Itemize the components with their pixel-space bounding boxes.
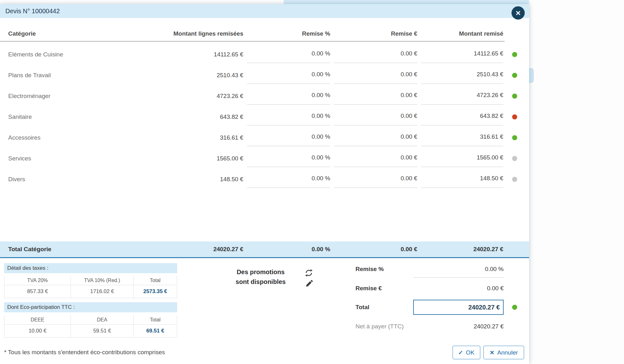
status-dot (512, 114, 517, 119)
promotions-line2: sont disponibles (220, 277, 302, 287)
table-row: Eléments de Cuisine 14112.65 € 0.00 % 0.… (0, 44, 529, 65)
total-amount: 24020.27 € (151, 246, 243, 253)
category-label: Electroménager (8, 93, 147, 100)
eco-table: DEEE DEA Total 10.00 € 59.51 € 69.51 € (4, 315, 177, 338)
column-montant-lignes: Montant lignes remisées (151, 30, 243, 37)
tax-value: 1716.02 € (71, 285, 134, 298)
total-discount-pct: 0.00 % (247, 246, 330, 253)
discounted-amount-field: 1565.00 € (421, 148, 503, 167)
discount-euro-field[interactable]: 0.00 € (334, 107, 417, 125)
line-amount: 643.82 € (151, 113, 243, 120)
line-amount: 4723.26 € (151, 93, 243, 100)
tax-col-header: Total (134, 276, 177, 285)
total-discount-eur: 0.00 € (334, 246, 417, 253)
total-discounted: 24020.27 € (421, 246, 503, 253)
status-dot (512, 73, 517, 78)
promotions-message: Des promotions sont disponibles (220, 267, 302, 287)
refresh-icon (304, 269, 313, 277)
discount-euro-field[interactable]: 0.00 € (334, 169, 417, 188)
check-icon: ✓ (458, 350, 463, 355)
eco-value: 10.00 € (4, 325, 71, 337)
status-dot-total (512, 305, 517, 310)
summary-net-label: Net à payer (TTC) (355, 323, 404, 330)
summary-total-value: 24020.27 € (468, 304, 500, 311)
discount-percent-field[interactable]: 0.00 % (247, 169, 330, 188)
category-rows: Eléments de Cuisine 14112.65 € 0.00 % 0.… (0, 44, 529, 190)
discounted-amount-field: 4723.26 € (421, 86, 503, 105)
category-label: Services (8, 155, 147, 162)
discounted-amount-field: 316.61 € (421, 127, 503, 146)
table-row: Divers 148.50 € 0.00 % 0.00 € 148.50 € (0, 169, 529, 190)
devis-modal: Devis N° 10000442 ✕ Catégorie Montant li… (0, 4, 529, 364)
discount-euro-field[interactable]: 0.00 € (334, 148, 417, 167)
discount-euro-field[interactable]: 0.00 € (334, 65, 417, 84)
column-remise-pct: Remise % (247, 30, 330, 37)
close-icon: ✕ (515, 10, 521, 16)
discount-percent-field[interactable]: 0.00 % (247, 65, 330, 84)
tax-table: TVA 20% TVA 10% (Red.) Total 857.33 € 17… (4, 276, 177, 298)
category-label: Accessoires (8, 134, 147, 141)
cancel-button-label: Annuler (497, 349, 518, 356)
cancel-button[interactable]: ✕ Annuler (483, 346, 524, 359)
tax-col-header: TVA 20% (4, 276, 71, 285)
discount-percent-field[interactable]: 0.00 % (247, 44, 330, 63)
promotions-line1: Des promotions (220, 267, 302, 277)
line-amount: 148.50 € (151, 176, 243, 183)
discounted-amount-field: 2510.43 € (421, 65, 503, 84)
discounted-amount-field: 14112.65 € (421, 44, 503, 63)
tax-value: 857.33 € (4, 285, 71, 298)
discount-percent-field[interactable]: 0.00 % (247, 127, 330, 146)
tax-detail-title: Détail des taxes : (4, 263, 177, 273)
status-dot (512, 52, 517, 57)
summary-discount-pct-underline (413, 277, 504, 278)
side-panel-handle[interactable] (529, 68, 534, 83)
discounted-amount-field: 643.82 € (421, 107, 503, 125)
backdrop-strip (284, 0, 529, 4)
modal-title: Devis N° 10000442 (5, 8, 60, 15)
page: Devis N° 10000442 ✕ Catégorie Montant li… (0, 0, 624, 364)
edit-promotions-button[interactable] (305, 280, 313, 289)
summary-net-row: Net à payer (TTC) 24020.27 € (355, 322, 504, 331)
category-label: Sanitaire (8, 113, 147, 120)
eco-total-value: 69.51 € (134, 325, 177, 337)
table-row: Services 1565.00 € 0.00 % 0.00 € 1565.00… (0, 148, 529, 169)
discount-percent-field[interactable]: 0.00 % (247, 148, 330, 167)
tax-col-header: TVA 10% (Red.) (71, 276, 134, 285)
status-dot (512, 177, 517, 182)
table-row: Electroménager 4723.26 € 0.00 % 0.00 € 4… (0, 86, 529, 107)
summary-discount-pct-input[interactable]: 0.00 % (485, 266, 504, 273)
status-dot (512, 156, 517, 161)
summary-discount-eur-label: Remise € (355, 285, 382, 292)
table-row: Plans de Travail 2510.43 € 0.00 % 0.00 €… (0, 65, 529, 86)
summary-discount-pct-row: Remise % 0.00 % (355, 265, 504, 273)
table-row: Sanitaire 643.82 € 0.00 % 0.00 € 643.82 … (0, 107, 529, 127)
discount-percent-field[interactable]: 0.00 % (247, 107, 330, 125)
close-button[interactable]: ✕ (511, 6, 525, 20)
tax-panel: Détail des taxes : TVA 20% TVA 10% (Red.… (4, 263, 177, 338)
line-amount: 316.61 € (151, 134, 243, 141)
discount-euro-field[interactable]: 0.00 € (334, 86, 417, 105)
ok-button[interactable]: ✓ OK (453, 346, 480, 359)
discount-euro-field[interactable]: 0.00 € (334, 44, 417, 63)
status-dot (512, 135, 517, 140)
total-input[interactable]: 24020.27 € (413, 300, 504, 315)
column-categorie: Catégorie (8, 30, 147, 37)
eco-participation-title: Dont Eco-participation TTC : (4, 302, 177, 312)
summary-discount-eur-value[interactable]: 0.00 € (487, 285, 504, 292)
summary-total-label: Total (355, 304, 369, 311)
discounted-amount-field: 148.50 € (421, 169, 503, 188)
line-amount: 1565.00 € (151, 155, 243, 162)
modal-header: Devis N° 10000442 ✕ (0, 4, 529, 18)
eco-col-header: DEA (71, 315, 134, 325)
category-label: Eléments de Cuisine (8, 51, 147, 58)
total-label: Total Catégorie (8, 246, 147, 253)
refresh-promotions-button[interactable] (304, 269, 313, 278)
eco-col-header: DEEE (4, 315, 71, 325)
discount-euro-field[interactable]: 0.00 € (334, 127, 417, 146)
category-label: Plans de Travail (8, 72, 147, 79)
summary-net-value: 24020.27 € (474, 323, 504, 330)
category-label: Divers (8, 176, 147, 183)
table-row: Accessoires 316.61 € 0.00 % 0.00 € 316.6… (0, 127, 529, 148)
discount-percent-field[interactable]: 0.00 % (247, 86, 330, 105)
table-header: Catégorie Montant lignes remisées Remise… (0, 18, 505, 42)
